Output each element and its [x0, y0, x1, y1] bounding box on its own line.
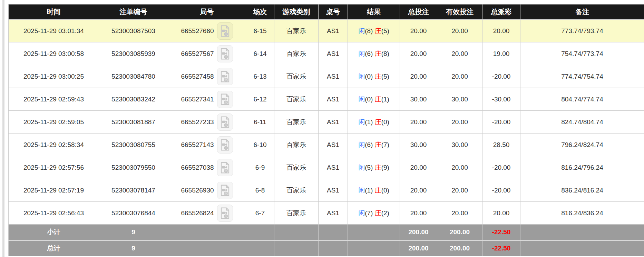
remark-cell: 836.24/816.24 [520, 179, 644, 202]
result-player-count: (1) [365, 187, 373, 194]
payout-cell: -20.00 [482, 111, 520, 134]
round-no-cell: 665526930 [168, 179, 246, 202]
result-player-count: (0) [365, 73, 373, 80]
column-header-table-no: 桌号 [319, 4, 348, 20]
bet-no-cell: 523003080755 [99, 134, 168, 156]
result-cell: 闲(1) 庄(0) [348, 179, 400, 202]
round-no-value: 665527038 [181, 164, 214, 171]
round-no-cell: 665527458 [168, 65, 246, 88]
round-no-content: 665527567 [181, 45, 233, 62]
result-banker-count: (5) [381, 27, 389, 34]
video-replay-icon [220, 207, 230, 219]
round-no-value: 665527660 [181, 27, 214, 35]
total-session-cell [246, 240, 274, 256]
game-type-cell: 百家乐 [274, 134, 319, 156]
round-no-cell: 665526824 [168, 202, 246, 225]
remark-cell: 773.74/793.74 [520, 20, 644, 42]
video-replay-icon [220, 71, 230, 82]
total-payout-cell: -22.50 [482, 240, 520, 256]
round-no-value: 665527143 [181, 141, 214, 149]
game-type-cell: 百家乐 [274, 20, 319, 42]
game-type-cell: 百家乐 [274, 202, 319, 225]
game-type-cell: 百家乐 [274, 111, 319, 134]
result-player-count: (0) [365, 96, 373, 103]
video-replay-button[interactable] [217, 205, 233, 222]
video-replay-button[interactable] [217, 22, 233, 40]
valid-bet-cell: 20.00 [437, 65, 482, 88]
video-replay-icon [220, 139, 230, 151]
video-replay-button[interactable] [217, 91, 233, 108]
subtotal-game-type-cell [274, 225, 319, 240]
session-cell: 6-7 [246, 202, 274, 225]
result-player-label: 闲 [358, 27, 365, 34]
result-banker-count: (1) [381, 96, 389, 103]
total-count-cell: 9 [99, 240, 168, 256]
time-cell: 2025-11-29 02:57:56 [9, 156, 99, 179]
video-replay-button[interactable] [217, 45, 233, 62]
bet-no-cell: 523003084780 [99, 65, 168, 88]
bet-no-cell: 523003079550 [99, 156, 168, 179]
subtotal-remark-cell [520, 225, 644, 240]
table-row: 2025-11-29 03:00:58523003085939665527567… [9, 42, 644, 65]
result-player-count: (8) [365, 27, 373, 34]
round-no-value: 665527233 [181, 118, 214, 126]
round-no-content: 665527038 [181, 159, 233, 176]
bet-no-cell: 523003085939 [99, 42, 168, 65]
video-replay-button[interactable] [217, 113, 233, 131]
result-player-label: 闲 [358, 141, 365, 148]
round-no-cell: 665527341 [168, 88, 246, 111]
subtotal-round-no-cell [168, 225, 246, 240]
subtotal-table-no-cell [319, 225, 348, 240]
valid-bet-cell: 20.00 [437, 42, 482, 65]
round-no-cell: 665527567 [168, 42, 246, 65]
video-replay-button[interactable] [217, 68, 233, 85]
video-replay-button[interactable] [217, 182, 233, 199]
round-no-value: 665527341 [181, 96, 214, 103]
bet-no-cell: 523003087503 [99, 20, 168, 42]
remark-cell: 816.24/796.24 [520, 156, 644, 179]
result-banker-count: (9) [381, 164, 389, 171]
session-cell: 6-14 [246, 42, 274, 65]
bet-no-cell: 523003076844 [99, 202, 168, 225]
total-bet-cell: 20.00 [400, 202, 437, 225]
round-no-content: 665527341 [181, 91, 233, 108]
result-banker-label: 庄 [375, 27, 381, 34]
payout-cell: -20.00 [482, 65, 520, 88]
subtotal-result-cell [348, 225, 400, 240]
table-no-cell: AS1 [319, 134, 348, 156]
round-no-content: 665526824 [181, 205, 233, 222]
video-replay-button[interactable] [217, 136, 233, 154]
valid-bet-cell: 20.00 [437, 202, 482, 225]
total-bet-cell: 20.00 [400, 179, 437, 202]
time-cell: 2025-11-29 02:59:43 [9, 88, 99, 111]
table-no-cell: AS1 [319, 156, 348, 179]
session-cell: 6-12 [246, 88, 274, 111]
time-cell: 2025-11-29 03:00:25 [9, 65, 99, 88]
valid-bet-cell: 20.00 [437, 111, 482, 134]
column-header-bet-no: 注单编号 [99, 4, 168, 20]
subtotal-session-cell [246, 225, 274, 240]
subtotal-row: 小计9200.00200.00-22.50 [9, 225, 644, 240]
result-banker-label: 庄 [375, 118, 381, 126]
result-banker-label: 庄 [375, 141, 381, 148]
column-header-remark: 备注 [520, 4, 644, 20]
table-row: 2025-11-29 03:00:25523003084780665527458… [9, 65, 644, 88]
total-game-type-cell [274, 240, 319, 256]
result-banker-label: 庄 [375, 209, 381, 217]
remark-cell: 804.74/774.74 [520, 88, 644, 111]
table-no-cell: AS1 [319, 202, 348, 225]
column-header-time: 时间 [9, 4, 99, 20]
bet-history-table: 时间注单编号局号场次游戏类别桌号结果总投注有效投注总派彩备注 2025-11-2… [8, 4, 644, 256]
total-row: 总计9200.00200.00-22.50 [9, 240, 644, 256]
round-no-content: 665527660 [181, 22, 233, 40]
table-row: 2025-11-29 02:57:56523003079550665527038… [9, 156, 644, 179]
payout-cell: -30.00 [482, 88, 520, 111]
round-no-content: 665527458 [181, 68, 233, 85]
time-cell: 2025-11-29 03:00:58 [9, 42, 99, 65]
table-no-cell: AS1 [319, 65, 348, 88]
total-bet-cell: 20.00 [400, 111, 437, 134]
video-replay-button[interactable] [217, 159, 233, 176]
remark-cell: 796.24/824.74 [520, 134, 644, 156]
total-round-no-cell [168, 240, 246, 256]
game-type-cell: 百家乐 [274, 42, 319, 65]
